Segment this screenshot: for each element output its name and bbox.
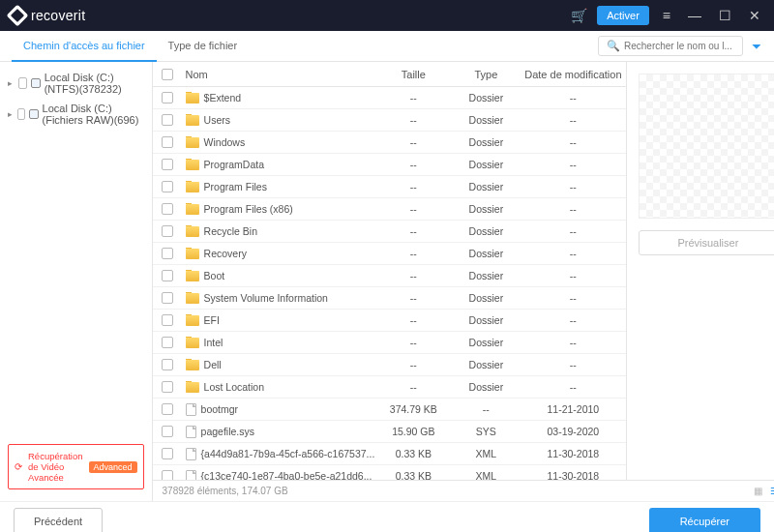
file-size: -- xyxy=(374,136,452,148)
tree-checkbox[interactable] xyxy=(18,77,27,89)
row-checkbox[interactable] xyxy=(162,314,173,326)
table-row[interactable]: Dell--Dossier-- xyxy=(153,354,627,376)
row-checkbox[interactable] xyxy=(162,225,173,237)
advanced-video-recovery[interactable]: ⟳ Récupération de Vidéo Avancée Advanced xyxy=(8,444,144,489)
file-name: Users xyxy=(204,114,230,126)
table-row[interactable]: EFI--Dossier-- xyxy=(153,310,627,332)
file-icon xyxy=(186,403,196,416)
tree-label: Local Disk (C:)(NTFS)(378232) xyxy=(45,72,144,95)
cart-icon[interactable]: 🛒 xyxy=(571,8,587,23)
preview-thumbnail xyxy=(639,74,774,219)
file-size: -- xyxy=(374,314,452,326)
table-row[interactable]: pagefile.sys15.90 GBSYS03-19-2020 xyxy=(153,421,627,443)
menu-icon[interactable]: ≡ xyxy=(659,8,674,23)
refresh-icon: ⟳ xyxy=(15,461,22,472)
file-type: Dossier xyxy=(452,181,520,192)
file-size: 15.90 GB xyxy=(374,426,452,437)
caret-icon[interactable]: ▸ xyxy=(8,109,14,119)
row-checkbox[interactable] xyxy=(162,181,173,192)
file-date: -- xyxy=(520,248,626,259)
file-date: -- xyxy=(520,314,626,326)
caret-icon[interactable]: ▸ xyxy=(8,78,15,88)
row-checkbox[interactable] xyxy=(162,470,173,480)
table-row[interactable]: Program Files (x86)--Dossier-- xyxy=(153,198,627,221)
file-type: Dossier xyxy=(452,314,520,326)
footer: Précédent Récupérer xyxy=(0,501,774,532)
col-date[interactable]: Date de modification xyxy=(520,69,626,80)
view-grid-icon[interactable]: ▦ xyxy=(754,486,762,496)
table-row[interactable]: Recycle Bin--Dossier-- xyxy=(153,221,627,243)
row-checkbox[interactable] xyxy=(162,92,173,103)
row-checkbox[interactable] xyxy=(162,381,173,393)
table-row[interactable]: {a44d9a81-7b9a-45cf-a566-c167537...0.33 … xyxy=(153,443,627,465)
row-checkbox[interactable] xyxy=(162,448,173,459)
table-row[interactable]: Boot--Dossier-- xyxy=(153,265,627,287)
file-icon xyxy=(186,426,196,438)
file-name: {a44d9a81-7b9a-45cf-a566-c167537... xyxy=(201,448,375,459)
file-size: 0.33 KB xyxy=(374,448,452,459)
table-row[interactable]: Users--Dossier-- xyxy=(153,109,627,132)
close-icon[interactable]: ✕ xyxy=(745,8,764,23)
table-row[interactable]: ProgramData--Dossier-- xyxy=(153,154,627,176)
row-checkbox[interactable] xyxy=(162,114,173,126)
table-row[interactable]: System Volume Information--Dossier-- xyxy=(153,287,627,310)
table-row[interactable]: $Extend--Dossier-- xyxy=(153,87,627,109)
file-size: -- xyxy=(374,225,452,237)
row-checkbox[interactable] xyxy=(162,292,173,304)
row-checkbox[interactable] xyxy=(162,337,173,348)
table-row[interactable]: Windows--Dossier-- xyxy=(153,132,627,154)
tree-item[interactable]: ▸Local Disk (C:)(NTFS)(378232) xyxy=(0,68,152,99)
row-checkbox[interactable] xyxy=(162,159,173,170)
col-name[interactable]: Nom xyxy=(182,69,375,80)
row-checkbox[interactable] xyxy=(162,203,173,215)
tab-file-path[interactable]: Chemin d'accès au fichier xyxy=(12,31,157,62)
file-date: -- xyxy=(520,114,626,126)
table-row[interactable]: Program Files--Dossier-- xyxy=(153,176,627,198)
recover-button[interactable]: Récupérer xyxy=(649,508,760,533)
folder-icon xyxy=(186,293,199,304)
tab-file-type[interactable]: Type de fichier xyxy=(157,31,250,62)
file-name: Boot xyxy=(204,270,225,281)
folder-icon xyxy=(186,338,199,348)
status-bar: 378928 éléments, 174.07 GB ▦ ☰ xyxy=(153,480,774,501)
advanced-badge: Advanced xyxy=(89,461,137,473)
search-input[interactable] xyxy=(624,41,734,51)
table-row[interactable]: Lost Location--Dossier-- xyxy=(153,376,627,399)
preview-button[interactable]: Prévisualiser xyxy=(639,230,774,255)
row-checkbox[interactable] xyxy=(162,359,173,370)
tree-item[interactable]: ▸Local Disk (C:)(Fichiers RAW)(696) xyxy=(0,99,152,130)
row-checkbox[interactable] xyxy=(162,403,173,415)
table-row[interactable]: Intel--Dossier-- xyxy=(153,332,627,354)
table-row[interactable]: Recovery--Dossier-- xyxy=(153,243,627,265)
row-checkbox[interactable] xyxy=(162,426,173,437)
row-checkbox[interactable] xyxy=(162,248,173,259)
row-checkbox[interactable] xyxy=(162,270,173,281)
minimize-icon[interactable]: — xyxy=(684,8,705,23)
file-date: -- xyxy=(520,159,626,170)
activate-button[interactable]: Activer xyxy=(597,6,649,25)
filter-icon[interactable]: ⏷ xyxy=(751,40,762,53)
file-type: -- xyxy=(452,403,520,415)
file-table: Nom Taille Type Date de modification $Ex… xyxy=(153,62,627,480)
logo-icon xyxy=(7,5,29,27)
maximize-icon[interactable]: ☐ xyxy=(715,8,735,23)
file-name: ProgramData xyxy=(204,159,264,170)
file-size: 0.33 KB xyxy=(374,470,452,480)
file-size: -- xyxy=(374,292,452,304)
previous-button[interactable]: Précédent xyxy=(14,508,103,533)
row-checkbox[interactable] xyxy=(162,136,173,148)
table-row[interactable]: {c13ce740-1e87-4ba0-be5e-a21dd6...0.33 K… xyxy=(153,465,627,480)
search-box[interactable]: 🔍 xyxy=(598,36,743,56)
folder-icon xyxy=(186,160,199,170)
col-size[interactable]: Taille xyxy=(374,69,452,80)
file-type: Dossier xyxy=(452,92,520,103)
file-type: Dossier xyxy=(452,270,520,281)
table-row[interactable]: bootmgr374.79 KB--11-21-2010 xyxy=(153,399,627,421)
file-type: XML xyxy=(452,448,520,459)
file-type: Dossier xyxy=(452,159,520,170)
select-all-checkbox[interactable] xyxy=(162,69,173,80)
file-date: 03-19-2020 xyxy=(520,426,626,437)
tree-checkbox[interactable] xyxy=(17,108,25,120)
view-list-icon[interactable]: ☰ xyxy=(770,486,774,496)
col-type[interactable]: Type xyxy=(452,69,520,80)
